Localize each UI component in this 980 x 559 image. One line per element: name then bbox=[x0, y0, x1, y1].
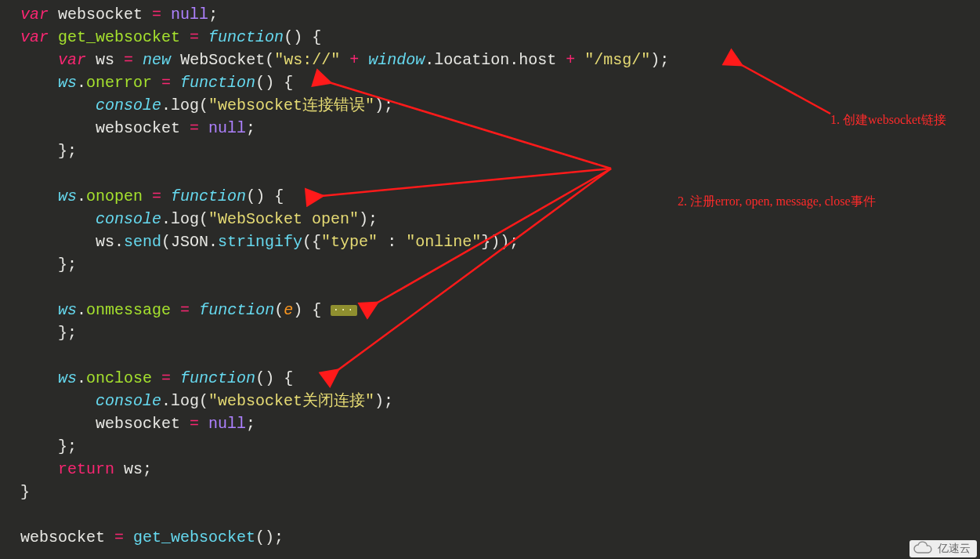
string: "online" bbox=[406, 233, 481, 251]
ident: get_websocket bbox=[58, 28, 180, 46]
class: WebSocket bbox=[180, 51, 265, 69]
punct: ( bbox=[265, 51, 274, 69]
punct: ({ bbox=[302, 233, 321, 251]
op: = bbox=[114, 528, 124, 546]
builtin: console bbox=[96, 96, 161, 114]
op: = bbox=[190, 28, 199, 46]
ident: websocket bbox=[20, 528, 105, 546]
cloud-icon bbox=[913, 541, 933, 557]
brace: { bbox=[312, 28, 321, 46]
null: null bbox=[208, 415, 246, 433]
string: "websocket关闭连接" bbox=[208, 392, 374, 410]
brace: } bbox=[20, 483, 30, 501]
op: = bbox=[124, 51, 133, 69]
op: = bbox=[180, 301, 190, 319]
method: .log( bbox=[161, 96, 208, 114]
keyword-var: var bbox=[20, 28, 49, 46]
param: e bbox=[284, 301, 293, 319]
prop: onopen bbox=[86, 187, 143, 205]
method: send bbox=[124, 233, 161, 251]
punct: ); bbox=[359, 210, 378, 228]
annotation-text-1: 1. 创建websocket链接 bbox=[830, 112, 946, 129]
brace: { bbox=[284, 369, 293, 387]
punct: (JSON. bbox=[161, 233, 218, 251]
keyword-function: function bbox=[199, 301, 274, 319]
string: "/msg/" bbox=[584, 51, 650, 69]
punct: ; bbox=[246, 415, 255, 433]
punct: ); bbox=[650, 51, 669, 69]
punct: . bbox=[77, 369, 86, 387]
method: .log( bbox=[161, 210, 208, 228]
code-editor[interactable]: var websocket = null; var get_websocket … bbox=[0, 0, 980, 559]
code-block: var websocket = null; var get_websocket … bbox=[0, 0, 980, 549]
null: null bbox=[171, 5, 208, 24]
punct: () bbox=[255, 369, 274, 387]
ident: ws bbox=[58, 74, 77, 92]
punct: })); bbox=[481, 233, 519, 251]
prop: onmessage bbox=[86, 301, 171, 319]
string: "type" bbox=[321, 233, 378, 251]
brace: }; bbox=[58, 437, 77, 456]
punct: . bbox=[77, 74, 86, 92]
punct: ; bbox=[246, 119, 255, 137]
string: "websocket连接错误" bbox=[208, 96, 374, 114]
op: + bbox=[566, 51, 575, 69]
op: = bbox=[161, 74, 171, 92]
keyword-var: var bbox=[58, 51, 86, 69]
fold-marker[interactable]: ··· bbox=[331, 305, 357, 316]
punct: ; bbox=[208, 5, 218, 24]
brace: { bbox=[274, 187, 284, 205]
keyword-new: new bbox=[143, 51, 171, 69]
builtin: window bbox=[368, 51, 425, 69]
ident: websocket bbox=[96, 415, 180, 433]
keyword-function: function bbox=[180, 369, 255, 387]
prop: .location.host bbox=[425, 51, 556, 69]
ident: ws bbox=[96, 51, 114, 69]
ident: ws bbox=[58, 369, 77, 387]
punct: ( bbox=[274, 301, 284, 319]
builtin: console bbox=[96, 392, 161, 410]
brace: { bbox=[312, 301, 321, 319]
brace: }; bbox=[58, 142, 77, 160]
punct: () bbox=[246, 187, 265, 205]
ident: websocket bbox=[58, 5, 143, 24]
punct: (); bbox=[255, 528, 284, 546]
brace: }; bbox=[58, 256, 77, 274]
builtin: console bbox=[96, 210, 161, 228]
keyword-function: function bbox=[171, 187, 246, 205]
method: .log( bbox=[161, 392, 208, 410]
string: "WebSocket open" bbox=[208, 210, 359, 228]
punct: ) bbox=[293, 301, 302, 319]
op: = bbox=[152, 5, 161, 24]
ident: ws. bbox=[96, 233, 124, 251]
punct: . bbox=[77, 187, 86, 205]
annotation-text-2: 2. 注册error, open, message, close事件 bbox=[678, 194, 876, 210]
punct: . bbox=[77, 301, 86, 319]
watermark-text: 亿速云 bbox=[938, 542, 971, 556]
keyword-function: function bbox=[180, 74, 255, 92]
watermark: 亿速云 bbox=[909, 540, 977, 557]
op: = bbox=[190, 415, 199, 433]
method: stringify bbox=[218, 233, 302, 251]
brace: }; bbox=[58, 324, 77, 342]
punct: : bbox=[387, 233, 396, 251]
keyword-var: var bbox=[20, 5, 49, 24]
null: null bbox=[208, 119, 246, 137]
op: = bbox=[152, 187, 161, 205]
punct: ); bbox=[374, 392, 393, 410]
keyword-return: return bbox=[58, 460, 114, 478]
prop: onerror bbox=[86, 74, 152, 92]
punct: ); bbox=[374, 96, 393, 114]
ident: ws bbox=[58, 301, 77, 319]
keyword-function: function bbox=[208, 28, 284, 46]
punct: () bbox=[255, 74, 274, 92]
op: + bbox=[349, 51, 359, 69]
op: = bbox=[161, 369, 171, 387]
brace: { bbox=[284, 74, 293, 92]
op: = bbox=[190, 119, 199, 137]
prop: onclose bbox=[86, 369, 152, 387]
punct: () bbox=[284, 28, 302, 46]
string: "ws://" bbox=[274, 51, 340, 69]
ident: ws; bbox=[124, 460, 152, 478]
ident: websocket bbox=[96, 119, 180, 137]
